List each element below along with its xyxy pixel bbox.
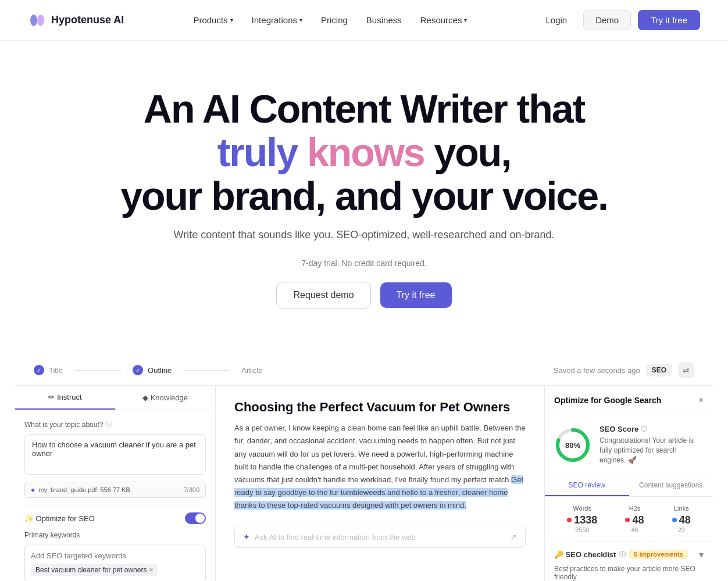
article-title: Choosing the Perfect Vacuum for Pet Owne…	[234, 400, 526, 415]
demo-button[interactable]: Demo	[583, 10, 631, 30]
outline-check-icon: ✓	[133, 365, 143, 375]
brand-file-name: my_brand_guide.pdf	[38, 486, 97, 493]
stat-words: Words 1338 2550	[567, 505, 597, 533]
step-title: ✓ Title	[34, 365, 63, 375]
svg-point-0	[30, 15, 37, 26]
hero-subtitle: Write content that sounds like you. SEO-…	[28, 229, 700, 241]
keywords-box: Best vacuum cleaner for pet owners ×	[24, 544, 206, 581]
hero-try-free-button[interactable]: Try it free	[380, 282, 452, 308]
hero-section: An AI Content Writer that truly knows yo…	[0, 41, 728, 332]
tab-seo-review[interactable]: SEO review	[545, 475, 629, 496]
stat-h2s: H2s 48 46	[625, 505, 644, 533]
ask-ai-placeholder: Ask AI to find real-time information fro…	[255, 533, 505, 541]
checklist-expand-icon[interactable]: ▾	[699, 549, 704, 560]
brand-name: Hypotenuse AI	[51, 14, 124, 26]
request-demo-button[interactable]: Request demo	[276, 282, 370, 309]
nav-integrations[interactable]: Integrations ▾	[252, 15, 302, 25]
resources-chevron-icon: ▾	[464, 17, 467, 23]
seo-toggle[interactable]	[185, 512, 206, 524]
title-check-icon: ✓	[34, 365, 44, 375]
brand-file: ● my_brand_guide.pdf 556.77 KB 7/300	[24, 482, 206, 498]
try-free-button[interactable]: Try it free	[638, 10, 700, 30]
login-button[interactable]: Login	[536, 10, 576, 30]
app-steps: ✓ Title ✓ Outline Article	[34, 365, 262, 375]
links-dot	[672, 518, 677, 522]
score-desc: Congratulations! Your article is fully o…	[599, 436, 704, 465]
step-article: Article	[241, 366, 262, 375]
improvements-badge: 5 improvements	[629, 550, 687, 559]
hero-title: An AI Content Writer that truly knows yo…	[102, 87, 626, 217]
stat-links: Links 48 23	[672, 505, 691, 533]
brand-file-pages: 7/300	[183, 486, 199, 493]
step-outline: ✓ Outline	[133, 365, 172, 375]
nav-products[interactable]: Products ▾	[193, 15, 233, 25]
integrations-chevron-icon: ▾	[299, 17, 302, 23]
svg-point-1	[37, 15, 44, 26]
score-info-icon: ⓘ	[641, 425, 647, 433]
right-panel: Optimize for Google Search × 80% SEO Sco…	[544, 386, 713, 581]
products-chevron-icon: ▾	[230, 17, 233, 23]
seo-toggle-row: ✨ Optimize for SEO	[24, 505, 206, 531]
stats-row: Words 1338 2550 H2s 48 46 Link	[545, 497, 713, 542]
optimize-header: Optimize for Google Search ×	[545, 386, 713, 415]
article-body: As a pet owner, I know keeping a clean h…	[234, 422, 526, 512]
tab-knowledge[interactable]: ◆ Knowledge	[115, 386, 215, 410]
translate-icon[interactable]: ⇄	[678, 362, 694, 378]
app-topbar: ✓ Title ✓ Outline Article Saved a few se…	[15, 355, 713, 386]
hero-trial-text: 7-day trial. No credit card required.	[28, 259, 700, 268]
ask-ai-bar[interactable]: ✦ Ask AI to find real-time information f…	[234, 526, 526, 548]
ai-star-icon: ✦	[243, 532, 250, 541]
seo-optimize-label: ✨ Optimize for SEO	[24, 514, 95, 523]
topbar-right: Saved a few seconds ago SEO ⇄	[554, 362, 694, 378]
nav-business[interactable]: Business	[366, 15, 402, 25]
tab-content-suggestions[interactable]: Content suggestions	[629, 475, 713, 496]
close-button[interactable]: ×	[698, 395, 704, 406]
words-dot	[567, 518, 572, 522]
saved-text: Saved a few seconds ago	[554, 366, 640, 375]
step-divider	[74, 370, 121, 371]
logo[interactable]: Hypotenuse AI	[28, 11, 124, 30]
optimize-title: Optimize for Google Search	[554, 396, 661, 405]
topic-label: What is your topic about? ⓘ	[24, 419, 206, 429]
panel-tabs: ✏ Instruct ◆ Knowledge	[15, 386, 215, 410]
pdf-icon: ●	[31, 486, 35, 494]
score-title: SEO Score ⓘ	[599, 425, 704, 433]
keywords-label: Primary keywords	[24, 531, 206, 539]
nav-resources[interactable]: Resources ▾	[420, 15, 468, 25]
nav-links: Products ▾ Integrations ▾ Pricing Busine…	[193, 15, 467, 25]
topic-info-icon: ⓘ	[105, 419, 112, 429]
tab-instruct[interactable]: ✏ Instruct	[15, 386, 115, 410]
left-panel: ✏ Instruct ◆ Knowledge What is your topi…	[15, 386, 216, 581]
topic-textarea[interactable]	[24, 434, 206, 475]
app-main: ✏ Instruct ◆ Knowledge What is your topi…	[15, 386, 713, 581]
article-section: Pet Hair Tools	[216, 553, 544, 581]
checklist-title: 🔑 SEO checklist ⓘ 5 improvements	[554, 550, 688, 559]
keyword-remove-icon[interactable]: ×	[149, 566, 153, 574]
nav-actions: Login Demo Try it free	[536, 10, 700, 30]
panel-content: What is your topic about? ⓘ ● my_brand_g…	[15, 410, 215, 581]
checklist-header: 🔑 SEO checklist ⓘ 5 improvements ▾	[554, 549, 704, 560]
hero-cta-buttons: Request demo Try it free	[28, 282, 700, 309]
article-header: Choosing the Perfect Vacuum for Pet Owne…	[216, 386, 544, 521]
checklist-info-icon: ⓘ	[619, 550, 626, 559]
seo-checklist-section: 🔑 SEO checklist ⓘ 5 improvements ▾ Best …	[545, 542, 713, 581]
keyword-tag: Best vacuum cleaner for pet owners ×	[31, 564, 158, 576]
brand-file-size: 556.77 KB	[101, 486, 130, 493]
seo-tabs: SEO review Content suggestions	[545, 475, 713, 497]
score-info: SEO Score ⓘ Congratulations! Your articl…	[599, 425, 704, 465]
h2s-dot	[625, 518, 630, 522]
app-preview: ✓ Title ✓ Outline Article Saved a few se…	[15, 355, 713, 581]
center-panel: Choosing the Perfect Vacuum for Pet Owne…	[216, 386, 544, 581]
nav-pricing[interactable]: Pricing	[321, 15, 348, 25]
seo-badge[interactable]: SEO	[646, 364, 672, 376]
seo-score-section: 80% SEO Score ⓘ Congratulations! Your ar…	[545, 415, 713, 475]
ask-ai-send-icon[interactable]: ↗	[510, 532, 517, 541]
checklist-desc: Best practices to make your article more…	[554, 565, 704, 581]
keyword-input[interactable]	[31, 551, 199, 560]
step-divider-2	[183, 370, 230, 371]
seo-score-circle: 80%	[554, 426, 591, 464]
score-pct-label: 80%	[565, 441, 580, 450]
navbar: Hypotenuse AI Products ▾ Integrations ▾ …	[0, 0, 728, 41]
